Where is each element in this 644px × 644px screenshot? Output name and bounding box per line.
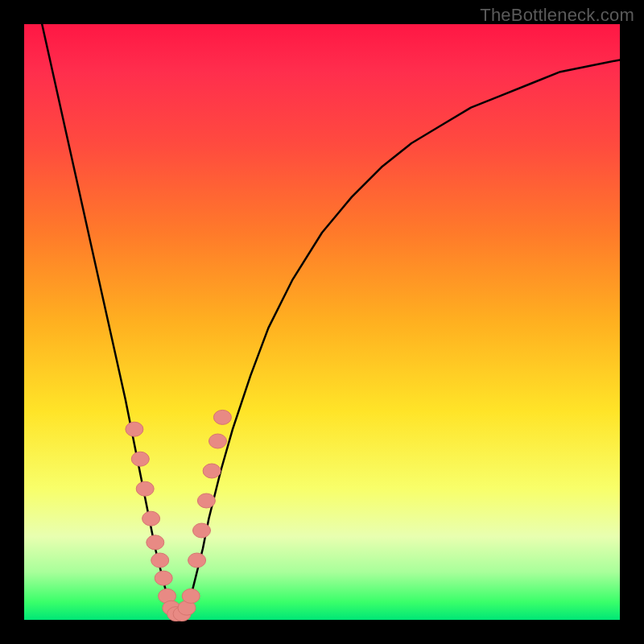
marker-point [136,481,154,496]
marker-point [131,452,149,466]
marker-point [188,553,206,568]
marker-point [213,410,231,424]
marker-point [147,535,164,550]
marker-point [126,422,143,436]
watermark-text: TheBottleneck.com [480,5,634,26]
marker-point [193,523,211,538]
marker-point [197,493,215,508]
plot-area [24,24,620,620]
marker-point [151,553,169,568]
marker-point [203,464,221,478]
marker-point [155,571,172,585]
marker-point [209,434,227,448]
bottleneck-curve [42,24,620,614]
chart-frame: TheBottleneck.com [0,0,644,644]
chart-svg [24,24,620,620]
marker-point [182,588,200,603]
marker-group [126,410,232,621]
marker-point [142,511,160,526]
